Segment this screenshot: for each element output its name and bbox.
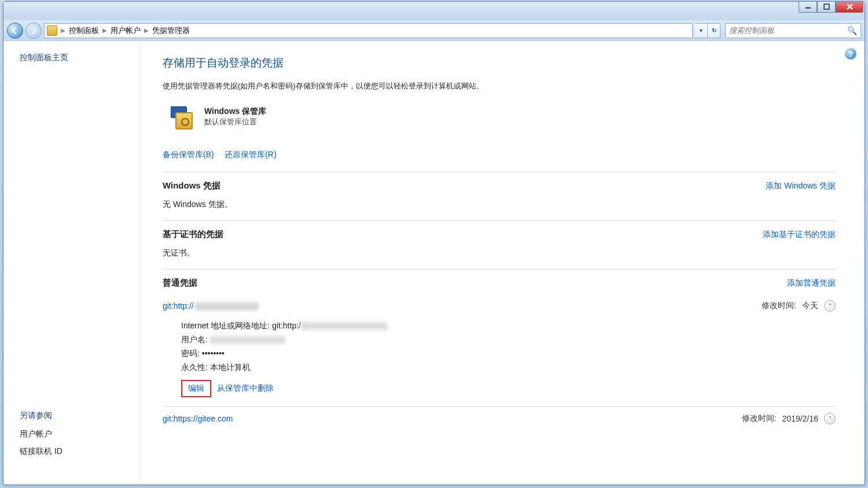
chevron-up-icon[interactable]: ˄ [824,300,836,312]
chevron-down-icon[interactable]: ˅ [824,413,836,424]
breadcrumb[interactable]: 用户帐户 [111,25,141,36]
windows-credentials-empty: 无 Windows 凭据。 [163,197,836,220]
main-pane: 存储用于自动登录的凭据 使用凭据管理器将凭据(如用户名和密码)存储到保管库中，以… [139,41,865,485]
folder-icon [47,25,57,36]
credential-address-value: git:http:/ [272,321,301,330]
refresh-button[interactable]: ↻ [708,23,720,38]
page-description: 使用凭据管理器将凭据(如用户名和密码)存储到保管库中，以便您可以轻松登录到计算机… [163,81,836,91]
sidebar-see-also-heading: 另请参阅 [20,411,139,421]
credential-modified-value: 2019/2/16 [782,414,818,423]
credential-password-value: •••••••• [202,349,225,358]
backup-vault-link[interactable]: 备份保管库(B) [163,150,214,159]
add-cert-credential-link[interactable]: 添加基于证书的凭据 [763,230,836,240]
titlebar [3,2,865,20]
sidebar-item-link-online-id[interactable]: 链接联机 ID [20,446,139,457]
add-generic-credential-link[interactable]: 添加普通凭据 [787,278,836,289]
credential-row[interactable]: git:https://gitee.com 修改时间: 2019/2/16 ˅ [163,407,836,430]
maximize-button[interactable] [817,1,836,13]
add-windows-credential-link[interactable]: 添加 Windows 凭据 [766,181,836,191]
search-input[interactable] [729,26,839,35]
redacted-text [210,336,285,344]
section-title-windows: Windows 凭据 [163,180,220,191]
breadcrumb[interactable]: 凭据管理器 [152,25,190,36]
credential-name: git:http:// [163,301,259,310]
back-button[interactable] [7,23,23,39]
search-box[interactable]: 🔍 [725,23,861,38]
vault-location: 默认保管库位置 [204,117,266,127]
credential-modified-label: 修改时间: [742,413,777,424]
section-title-cert: 基于证书的凭据 [163,229,223,240]
sidebar-home-link[interactable]: 控制面板主页 [20,53,139,63]
edit-credential-link[interactable]: 编辑 [181,380,211,397]
breadcrumb[interactable]: 控制面板 [69,25,99,36]
vault-block: Windows 保管库 默认保管库位置 [171,106,836,132]
credential-persist-value: 本地计算机 [210,363,251,372]
redacted-text [301,322,388,330]
navbar: ▶ 控制面板 ▶ 用户帐户 ▶ 凭据管理器 ▾ ↻ 🔍 [3,20,865,41]
search-icon[interactable]: 🔍 [847,26,857,35]
credential-row[interactable]: git:http:// 修改时间: 今天 ˄ [163,294,836,317]
chevron-right-icon[interactable]: ▶ [61,27,65,34]
credential-modified-value: 今天 [802,301,818,311]
chevron-right-icon[interactable]: ▶ [144,27,149,34]
address-bar[interactable]: ▶ 控制面板 ▶ 用户帐户 ▶ 凭据管理器 [44,23,693,38]
page-title: 存储用于自动登录的凭据 [163,56,836,71]
vault-icon [171,106,196,132]
credential-persist-label: 永久性: [181,363,208,372]
credential-address-label: Internet 地址或网络地址: [181,321,270,330]
credential-user-label: 用户名 [181,335,205,344]
forward-button[interactable] [25,23,42,39]
cert-credentials-empty: 无证书。 [163,246,836,269]
minimize-button[interactable] [799,1,817,13]
address-dropdown-button[interactable]: ▾ [695,23,708,38]
credential-details: Internet 地址或网络地址: git:http:/ 用户名: 密码: ••… [163,321,836,406]
remove-credential-link[interactable]: 从保管库中删除 [217,383,274,393]
close-button[interactable] [836,1,863,13]
svg-rect-1 [824,4,829,9]
restore-vault-link[interactable]: 还原保管库(R) [225,150,276,159]
credential-name: git:https://gitee.com [163,414,233,423]
chevron-right-icon[interactable]: ▶ [102,27,107,34]
window: ▶ 控制面板 ▶ 用户帐户 ▶ 凭据管理器 ▾ ↻ 🔍 ? 控制面板主页 另请参… [3,1,865,485]
redacted-text [195,302,259,310]
section-title-generic: 普通凭据 [163,278,197,289]
sidebar: 控制面板主页 另请参阅 用户帐户 链接联机 ID [3,41,139,485]
sidebar-item-user-accounts[interactable]: 用户帐户 [20,429,139,439]
credential-modified-label: 修改时间: [762,301,796,311]
credential-password-label: 密码: [181,349,200,358]
vault-name: Windows 保管库 [204,106,266,117]
